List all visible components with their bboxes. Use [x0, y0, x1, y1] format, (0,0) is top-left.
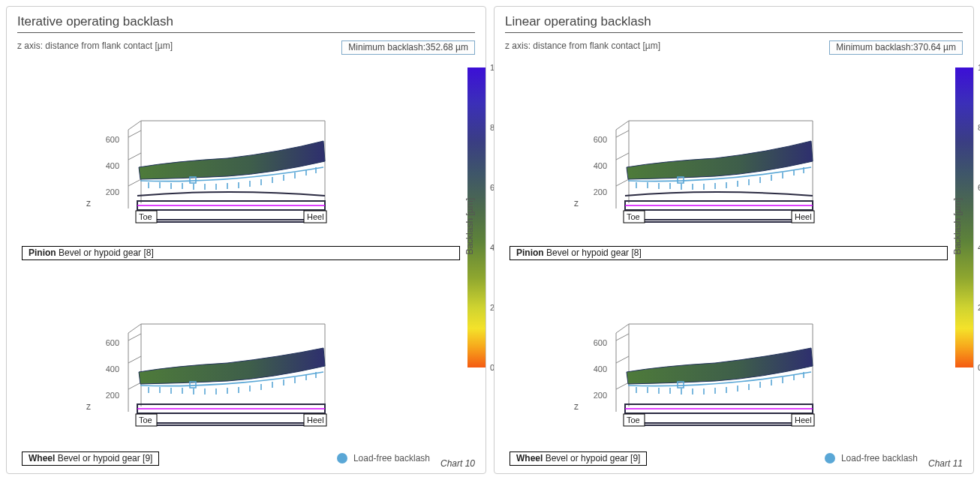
- facet-pinion: z 600 400 200: [17, 68, 460, 268]
- z-tick: 400: [106, 364, 119, 374]
- z-axis-note: z axis: distance from flank contact [µm]: [17, 40, 173, 51]
- z-ticks: 600 400 200: [89, 305, 119, 410]
- z-tick: 400: [106, 161, 119, 170]
- chart-index: Chart 10: [440, 458, 475, 469]
- colorbar-label: Backlash [µm]: [952, 198, 963, 255]
- z-axis-note: z axis: distance from flank contact [µm]: [505, 40, 660, 51]
- facet-label-wheel: Wheel Bevel or hypoid gear [9]: [22, 452, 159, 466]
- title-rule: [505, 32, 963, 33]
- panel-iterative: Iterative operating backlash z axis: dis…: [6, 6, 486, 474]
- z-ticks: 600 400 200: [89, 102, 119, 207]
- panel-body: z 600 400 200: [17, 68, 475, 467]
- colorbar: 1000 800 600 400 200 0 Backlash [µm]: [467, 68, 475, 467]
- z-tick: 200: [106, 391, 119, 400]
- svg-rect-13: [137, 413, 325, 423]
- min-backlash-badge: Minimum backlash:370.64 µm: [829, 40, 963, 55]
- toe-label: Toe: [627, 212, 640, 221]
- svg-rect-31: [625, 413, 813, 423]
- heel-label: Heel: [307, 212, 324, 221]
- z-tick: 600: [106, 135, 119, 144]
- facet-label-pinion: Pinion Bevel or hypoid gear [8]: [510, 246, 948, 260]
- panel-subheader: z axis: distance from flank contact [µm]…: [17, 40, 475, 57]
- svg-line-9: [128, 382, 141, 389]
- facet-wheel: z 600 400 200: [505, 268, 948, 468]
- colorbar: 1000 800 600 400 200 0 Backlash [µm]: [955, 68, 963, 467]
- z-tick: 200: [106, 188, 119, 196]
- title-rule: [17, 32, 475, 33]
- min-backlash-badge: Minimum backlash:352.68 µm: [341, 40, 475, 55]
- plot-area: z 600 400 200: [505, 68, 948, 246]
- svg-rect-4: [137, 210, 325, 220]
- svg-rect-30: [625, 404, 813, 425]
- svg-rect-12: [137, 404, 325, 425]
- surface-plot: Toe Heel: [603, 318, 835, 449]
- z-tick: 600: [594, 135, 607, 144]
- surface-plot: Toe Heel: [115, 318, 347, 449]
- heel-label: Heel: [795, 212, 812, 221]
- plot-column: z 600 400 200: [17, 68, 460, 467]
- heel-label: Heel: [795, 416, 812, 424]
- facet-pinion: z 600 400 200: [505, 68, 948, 268]
- facet-wheel: z 600 400 200: [17, 268, 460, 468]
- svg-line-1: [128, 153, 141, 160]
- legend-label: Load-free backlash: [353, 453, 430, 464]
- facet-footer: Wheel Bevel or hypoid gear [9] Load-free…: [505, 449, 948, 467]
- colorbar-label: Backlash [µm]: [464, 198, 475, 255]
- panel-title: Iterative operating backlash: [17, 14, 475, 29]
- svg-line-18: [616, 179, 629, 186]
- z-tick: 600: [594, 338, 607, 347]
- legend-label: Load-free backlash: [841, 453, 918, 464]
- z-ticks: 600 400 200: [577, 305, 607, 410]
- plot-area: z 600 400 200: [17, 68, 460, 246]
- svg-line-11: [128, 334, 141, 340]
- plot-area: z 600 400 200: [505, 268, 948, 450]
- plot-area: z 600 400 200: [17, 268, 460, 450]
- svg-rect-3: [137, 201, 325, 222]
- panel-subheader: z axis: distance from flank contact [µm]…: [505, 40, 963, 57]
- z-tick: 400: [594, 364, 607, 374]
- svg-line-29: [616, 334, 629, 340]
- legend-marker-icon: [337, 453, 347, 464]
- colorbar-ticks: 1000 800 600 400 200 0: [973, 68, 980, 368]
- z-tick: 400: [594, 161, 607, 170]
- svg-rect-21: [625, 201, 813, 222]
- svg-line-10: [128, 356, 141, 363]
- chart-pair: Iterative operating backlash z axis: dis…: [0, 0, 980, 480]
- svg-rect-22: [625, 210, 813, 220]
- svg-line-20: [616, 130, 629, 137]
- panel-body: z 600 400 200: [505, 68, 963, 467]
- panel-title: Linear operating backlash: [505, 14, 963, 29]
- z-ticks: 600 400 200: [577, 102, 607, 207]
- svg-line-28: [616, 356, 629, 363]
- z-tick: 600: [106, 338, 119, 347]
- chart-index: Chart 11: [928, 458, 963, 469]
- svg-line-2: [128, 130, 141, 137]
- svg-line-19: [616, 153, 629, 160]
- z-tick: 200: [594, 391, 607, 400]
- surface-plot: Toe Heel: [603, 115, 835, 246]
- panel-linear: Linear operating backlash z axis: distan…: [494, 6, 974, 474]
- facet-footer: Wheel Bevel or hypoid gear [9] Load-free…: [17, 449, 460, 467]
- legend-marker-icon: [825, 453, 835, 464]
- facet-label-wheel: Wheel Bevel or hypoid gear [9]: [510, 452, 647, 466]
- z-tick: 200: [594, 188, 607, 196]
- facet-label-pinion: Pinion Bevel or hypoid gear [8]: [22, 246, 460, 260]
- surface-plot: Toe Heel: [115, 115, 347, 246]
- heel-label: Heel: [307, 416, 324, 424]
- toe-label: Toe: [139, 416, 152, 424]
- toe-label: Toe: [627, 416, 640, 424]
- svg-line-27: [616, 382, 629, 389]
- svg-line-0: [128, 179, 141, 186]
- toe-label: Toe: [139, 212, 152, 221]
- plot-column: z 600 400 200: [505, 68, 948, 467]
